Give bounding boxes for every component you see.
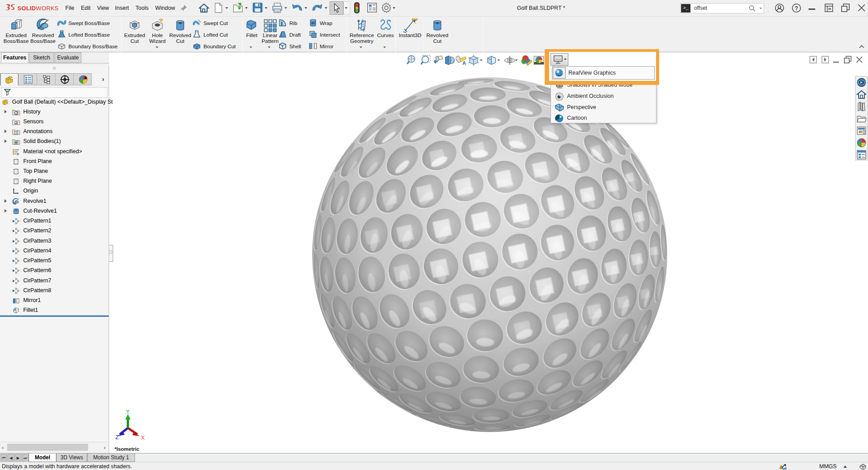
svg-text:!: ! bbox=[781, 466, 782, 469]
svg-text:Z: Z bbox=[115, 434, 119, 440]
svg-text:A: A bbox=[15, 131, 17, 134]
svg-text:ab: ab bbox=[311, 21, 315, 25]
svg-text:X: X bbox=[141, 434, 145, 440]
svg-text:?: ? bbox=[795, 5, 798, 12]
svg-text:SOLIDWORKS: SOLIDWORKS bbox=[17, 5, 59, 12]
svg-text:A: A bbox=[462, 60, 466, 66]
